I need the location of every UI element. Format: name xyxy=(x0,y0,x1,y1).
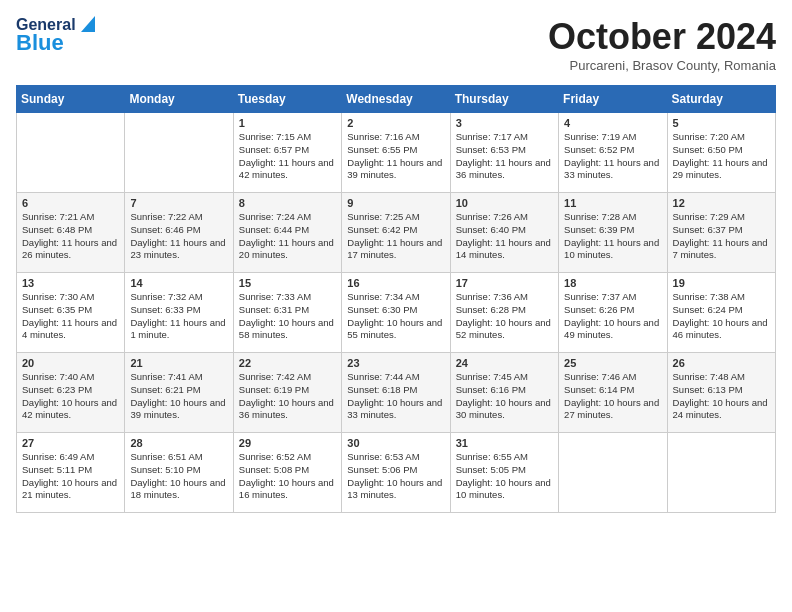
column-header-thursday: Thursday xyxy=(450,86,558,113)
page-header: General Blue October 2024 Purcareni, Bra… xyxy=(16,16,776,73)
day-info: Sunrise: 7:36 AMSunset: 6:28 PMDaylight:… xyxy=(456,291,553,342)
calendar-table: SundayMondayTuesdayWednesdayThursdayFrid… xyxy=(16,85,776,513)
day-number: 17 xyxy=(456,277,553,289)
calendar-cell: 16Sunrise: 7:34 AMSunset: 6:30 PMDayligh… xyxy=(342,273,450,353)
month-title: October 2024 xyxy=(548,16,776,58)
location-subtitle: Purcareni, Brasov County, Romania xyxy=(548,58,776,73)
calendar-cell: 8Sunrise: 7:24 AMSunset: 6:44 PMDaylight… xyxy=(233,193,341,273)
day-info: Sunrise: 7:20 AMSunset: 6:50 PMDaylight:… xyxy=(673,131,770,182)
day-number: 15 xyxy=(239,277,336,289)
day-info: Sunrise: 7:16 AMSunset: 6:55 PMDaylight:… xyxy=(347,131,444,182)
calendar-cell: 9Sunrise: 7:25 AMSunset: 6:42 PMDaylight… xyxy=(342,193,450,273)
day-info: Sunrise: 7:45 AMSunset: 6:16 PMDaylight:… xyxy=(456,371,553,422)
calendar-cell: 20Sunrise: 7:40 AMSunset: 6:23 PMDayligh… xyxy=(17,353,125,433)
calendar-cell: 11Sunrise: 7:28 AMSunset: 6:39 PMDayligh… xyxy=(559,193,667,273)
day-number: 8 xyxy=(239,197,336,209)
calendar-cell: 27Sunrise: 6:49 AMSunset: 5:11 PMDayligh… xyxy=(17,433,125,513)
calendar-cell: 24Sunrise: 7:45 AMSunset: 6:16 PMDayligh… xyxy=(450,353,558,433)
calendar-cell: 31Sunrise: 6:55 AMSunset: 5:05 PMDayligh… xyxy=(450,433,558,513)
day-info: Sunrise: 7:22 AMSunset: 6:46 PMDaylight:… xyxy=(130,211,227,262)
day-number: 4 xyxy=(564,117,661,129)
day-number: 30 xyxy=(347,437,444,449)
calendar-cell: 29Sunrise: 6:52 AMSunset: 5:08 PMDayligh… xyxy=(233,433,341,513)
day-number: 6 xyxy=(22,197,119,209)
day-info: Sunrise: 6:53 AMSunset: 5:06 PMDaylight:… xyxy=(347,451,444,502)
column-header-saturday: Saturday xyxy=(667,86,775,113)
day-info: Sunrise: 7:38 AMSunset: 6:24 PMDaylight:… xyxy=(673,291,770,342)
day-info: Sunrise: 7:40 AMSunset: 6:23 PMDaylight:… xyxy=(22,371,119,422)
day-info: Sunrise: 6:55 AMSunset: 5:05 PMDaylight:… xyxy=(456,451,553,502)
calendar-cell xyxy=(125,113,233,193)
day-info: Sunrise: 7:29 AMSunset: 6:37 PMDaylight:… xyxy=(673,211,770,262)
day-number: 10 xyxy=(456,197,553,209)
calendar-cell xyxy=(17,113,125,193)
calendar-week-row: 27Sunrise: 6:49 AMSunset: 5:11 PMDayligh… xyxy=(17,433,776,513)
day-number: 27 xyxy=(22,437,119,449)
calendar-cell: 22Sunrise: 7:42 AMSunset: 6:19 PMDayligh… xyxy=(233,353,341,433)
calendar-cell: 4Sunrise: 7:19 AMSunset: 6:52 PMDaylight… xyxy=(559,113,667,193)
day-number: 11 xyxy=(564,197,661,209)
day-info: Sunrise: 7:21 AMSunset: 6:48 PMDaylight:… xyxy=(22,211,119,262)
day-info: Sunrise: 7:48 AMSunset: 6:13 PMDaylight:… xyxy=(673,371,770,422)
column-header-friday: Friday xyxy=(559,86,667,113)
day-info: Sunrise: 6:52 AMSunset: 5:08 PMDaylight:… xyxy=(239,451,336,502)
day-number: 12 xyxy=(673,197,770,209)
calendar-cell: 26Sunrise: 7:48 AMSunset: 6:13 PMDayligh… xyxy=(667,353,775,433)
calendar-header-row: SundayMondayTuesdayWednesdayThursdayFrid… xyxy=(17,86,776,113)
day-number: 2 xyxy=(347,117,444,129)
day-info: Sunrise: 7:26 AMSunset: 6:40 PMDaylight:… xyxy=(456,211,553,262)
day-info: Sunrise: 7:25 AMSunset: 6:42 PMDaylight:… xyxy=(347,211,444,262)
day-info: Sunrise: 7:32 AMSunset: 6:33 PMDaylight:… xyxy=(130,291,227,342)
calendar-cell: 18Sunrise: 7:37 AMSunset: 6:26 PMDayligh… xyxy=(559,273,667,353)
day-number: 29 xyxy=(239,437,336,449)
column-header-monday: Monday xyxy=(125,86,233,113)
day-number: 5 xyxy=(673,117,770,129)
calendar-cell xyxy=(667,433,775,513)
day-info: Sunrise: 7:46 AMSunset: 6:14 PMDaylight:… xyxy=(564,371,661,422)
day-number: 18 xyxy=(564,277,661,289)
calendar-week-row: 13Sunrise: 7:30 AMSunset: 6:35 PMDayligh… xyxy=(17,273,776,353)
day-number: 22 xyxy=(239,357,336,369)
day-info: Sunrise: 7:42 AMSunset: 6:19 PMDaylight:… xyxy=(239,371,336,422)
day-number: 19 xyxy=(673,277,770,289)
logo-triangle-icon xyxy=(77,16,95,34)
calendar-cell: 28Sunrise: 6:51 AMSunset: 5:10 PMDayligh… xyxy=(125,433,233,513)
day-number: 3 xyxy=(456,117,553,129)
column-header-sunday: Sunday xyxy=(17,86,125,113)
day-info: Sunrise: 7:17 AMSunset: 6:53 PMDaylight:… xyxy=(456,131,553,182)
calendar-cell: 21Sunrise: 7:41 AMSunset: 6:21 PMDayligh… xyxy=(125,353,233,433)
title-section: October 2024 Purcareni, Brasov County, R… xyxy=(548,16,776,73)
day-info: Sunrise: 7:41 AMSunset: 6:21 PMDaylight:… xyxy=(130,371,227,422)
day-number: 31 xyxy=(456,437,553,449)
day-info: Sunrise: 7:37 AMSunset: 6:26 PMDaylight:… xyxy=(564,291,661,342)
calendar-cell: 6Sunrise: 7:21 AMSunset: 6:48 PMDaylight… xyxy=(17,193,125,273)
day-number: 26 xyxy=(673,357,770,369)
day-number: 9 xyxy=(347,197,444,209)
calendar-cell: 10Sunrise: 7:26 AMSunset: 6:40 PMDayligh… xyxy=(450,193,558,273)
day-info: Sunrise: 7:44 AMSunset: 6:18 PMDaylight:… xyxy=(347,371,444,422)
day-info: Sunrise: 7:33 AMSunset: 6:31 PMDaylight:… xyxy=(239,291,336,342)
calendar-cell: 15Sunrise: 7:33 AMSunset: 6:31 PMDayligh… xyxy=(233,273,341,353)
day-info: Sunrise: 7:34 AMSunset: 6:30 PMDaylight:… xyxy=(347,291,444,342)
calendar-cell: 17Sunrise: 7:36 AMSunset: 6:28 PMDayligh… xyxy=(450,273,558,353)
svg-marker-0 xyxy=(81,16,95,32)
column-header-tuesday: Tuesday xyxy=(233,86,341,113)
calendar-cell: 23Sunrise: 7:44 AMSunset: 6:18 PMDayligh… xyxy=(342,353,450,433)
calendar-cell: 12Sunrise: 7:29 AMSunset: 6:37 PMDayligh… xyxy=(667,193,775,273)
day-number: 28 xyxy=(130,437,227,449)
calendar-cell: 5Sunrise: 7:20 AMSunset: 6:50 PMDaylight… xyxy=(667,113,775,193)
day-number: 25 xyxy=(564,357,661,369)
calendar-week-row: 20Sunrise: 7:40 AMSunset: 6:23 PMDayligh… xyxy=(17,353,776,433)
calendar-cell: 7Sunrise: 7:22 AMSunset: 6:46 PMDaylight… xyxy=(125,193,233,273)
day-number: 20 xyxy=(22,357,119,369)
calendar-cell xyxy=(559,433,667,513)
day-info: Sunrise: 6:49 AMSunset: 5:11 PMDaylight:… xyxy=(22,451,119,502)
day-number: 13 xyxy=(22,277,119,289)
calendar-cell: 25Sunrise: 7:46 AMSunset: 6:14 PMDayligh… xyxy=(559,353,667,433)
day-info: Sunrise: 7:24 AMSunset: 6:44 PMDaylight:… xyxy=(239,211,336,262)
day-number: 24 xyxy=(456,357,553,369)
calendar-cell: 2Sunrise: 7:16 AMSunset: 6:55 PMDaylight… xyxy=(342,113,450,193)
day-number: 16 xyxy=(347,277,444,289)
calendar-cell: 13Sunrise: 7:30 AMSunset: 6:35 PMDayligh… xyxy=(17,273,125,353)
day-info: Sunrise: 6:51 AMSunset: 5:10 PMDaylight:… xyxy=(130,451,227,502)
